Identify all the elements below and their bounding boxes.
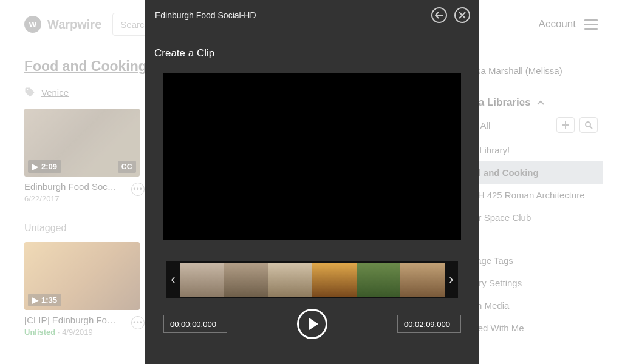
arrow-left-icon: [435, 12, 443, 19]
timeline-frame[interactable]: [400, 263, 445, 297]
close-button[interactable]: [454, 7, 470, 23]
end-timecode-input[interactable]: 00:02:09.000: [397, 315, 461, 333]
play-icon: [309, 318, 318, 330]
timeline-frame[interactable]: [180, 263, 224, 297]
start-timecode-input[interactable]: 00:00:00.000: [163, 315, 227, 333]
modal-title: Edinburgh Food Social-HD: [154, 10, 424, 20]
back-button[interactable]: [431, 7, 447, 23]
close-icon: [459, 12, 466, 19]
video-preview[interactable]: [163, 73, 461, 240]
strip-next[interactable]: ›: [445, 261, 458, 298]
clip-modal: Edinburgh Food Social-HD Create a Clip ‹…: [145, 0, 479, 364]
play-button[interactable]: [297, 309, 327, 339]
timeline-frame[interactable]: [224, 263, 268, 297]
strip-prev[interactable]: ‹: [166, 261, 180, 298]
timeline-frame[interactable]: [268, 263, 312, 297]
timeline-strip[interactable]: ‹ ›: [166, 261, 458, 298]
modal-heading: Create a Clip: [154, 47, 470, 59]
timeline-frame[interactable]: [312, 263, 357, 297]
timeline-frame[interactable]: [357, 263, 401, 297]
